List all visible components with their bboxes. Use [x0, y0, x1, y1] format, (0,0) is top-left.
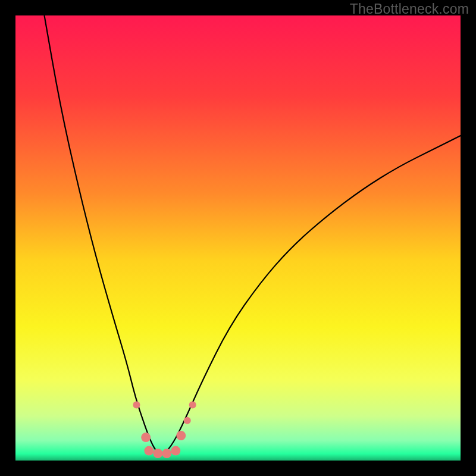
gradient-background [15, 15, 461, 461]
curve-marker [133, 402, 140, 409]
chart-frame: TheBottleneck.com [0, 0, 476, 476]
curve-marker [171, 446, 180, 456]
curve-marker [176, 431, 186, 440]
curve-marker [141, 433, 151, 442]
curve-marker [184, 417, 191, 424]
curve-marker [162, 449, 171, 458]
attribution-text: TheBottleneck.com [350, 1, 469, 17]
chart-svg [15, 15, 461, 461]
chart-plot-area [15, 15, 461, 461]
curve-marker [153, 449, 162, 458]
curve-marker [189, 402, 196, 409]
curve-marker [144, 446, 154, 456]
